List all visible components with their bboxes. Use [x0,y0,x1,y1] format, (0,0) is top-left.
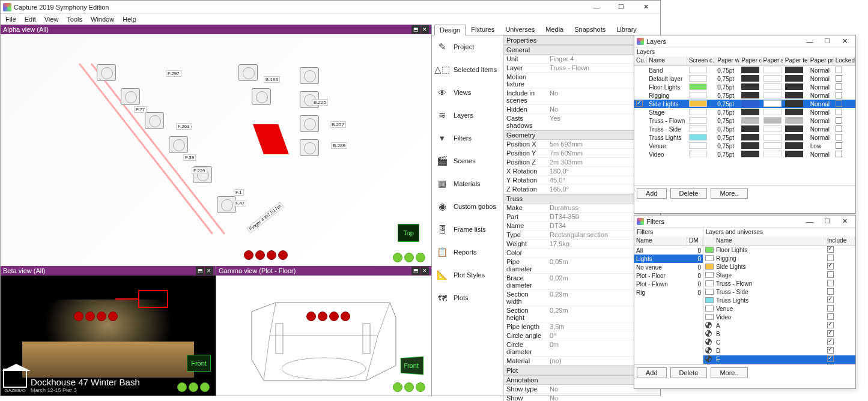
fixture[interactable] [300,67,319,84]
filter-universe-row[interactable]: E [703,355,855,364]
view-tool-btn[interactable] [393,382,402,392]
minimize-button[interactable]: — [801,217,818,226]
fixture[interactable] [97,64,116,81]
nav-scenes[interactable]: 🎬Scenes [432,149,503,172]
tab-universes[interactable]: Universes [500,24,540,35]
minimize-button[interactable]: — [584,1,609,13]
view-tool-btn[interactable] [177,382,187,392]
view-tool-btn[interactable] [189,382,198,392]
fixture[interactable] [121,88,140,105]
view-max-icon[interactable]: ⬒ [411,267,420,275]
view-max-icon[interactable]: ⬒ [196,267,204,275]
filter-layer-row[interactable]: Truss Lights [703,297,855,305]
view-tool-btn[interactable] [404,382,414,392]
view-tool-btn[interactable] [200,382,210,392]
prop-row[interactable]: Show dimensionsNo [504,394,660,401]
filter-universe-row[interactable]: B [703,330,855,339]
filter-row[interactable]: Rig0 [634,288,703,297]
filter-layer-row[interactable]: Truss - Side [703,288,855,297]
filter-layer-row[interactable]: Video [703,313,855,322]
filters-list[interactable]: All0Lights0No venue0Plot - Floor0Plot - … [634,246,703,297]
view-tool-btn[interactable] [404,253,414,262]
layer-row[interactable]: Truss Lights0,75ptNormal [634,133,855,142]
tab-library[interactable]: Library [611,24,642,35]
layer-row[interactable]: Floor Lights0,75ptNormal [634,83,855,91]
add-button[interactable]: Add [637,188,667,199]
menu-window[interactable]: Window [87,15,118,23]
layers-universes-list[interactable]: Floor LightsRiggingSide LightsStageTruss… [703,246,855,364]
menu-tools[interactable]: Tools [63,15,86,23]
layers-grid[interactable]: Band0,75ptNormalDefault layer0,75ptNorma… [634,66,855,185]
view-max-icon[interactable]: ⬒ [411,25,420,34]
layer-row[interactable]: Default layer0,75ptNormal [634,74,855,83]
tab-snapshots[interactable]: Snapshots [569,24,611,35]
menu-view[interactable]: View [41,15,62,23]
close-button[interactable]: ✕ [836,217,853,226]
view-close-icon[interactable]: ✕ [205,267,213,275]
filter-universe-row[interactable]: C [703,339,855,347]
menu-edit[interactable]: Edit [21,15,40,23]
tab-media[interactable]: Media [540,24,569,35]
filter-layer-row[interactable]: Floor Lights [703,246,855,255]
nav-frame-lists[interactable]: 🗄Frame lists [432,218,503,241]
filter-universe-row[interactable]: F [703,364,855,364]
filter-layer-row[interactable]: Truss - Flown [703,280,855,288]
layer-row[interactable]: Venue0,75ptLow [634,142,855,150]
nav-views[interactable]: 👁Views [432,81,503,104]
menu-help[interactable]: Help [119,15,140,23]
nav-filters[interactable]: ▾Filters [432,127,503,149]
view-orientation-badge[interactable]: Front [187,355,211,372]
filter-universe-row[interactable]: A [703,322,855,330]
more-button[interactable]: More.. [711,188,747,199]
layers-window[interactable]: Layers — ☐ ✕ Layers Cu...NameScreen c...… [634,35,856,214]
view-tool-btn[interactable] [416,382,425,392]
tab-design[interactable]: Design [434,25,466,35]
nav-plots[interactable]: 🗺Plots [432,286,503,309]
layer-row[interactable]: Side Lights0,75ptNormal [634,100,855,108]
tab-fixtures[interactable]: Fixtures [466,24,500,35]
prop-value[interactable]: No [547,394,660,401]
view-orientation-badge[interactable]: Front [401,356,423,375]
view-tool-btn[interactable] [393,253,402,262]
nav-project[interactable]: ✎Project [432,35,503,58]
view-orientation-badge[interactable]: Top [398,224,419,242]
layer-row[interactable]: Video0,75ptNormal [634,150,855,158]
filter-row[interactable]: Lights0 [634,255,703,263]
filter-layer-row[interactable]: Side Lights [703,263,855,271]
layer-row[interactable]: Truss - Flown0,75ptNormal [634,116,855,125]
view-close-icon[interactable]: ✕ [420,25,429,34]
gamma-viewport[interactable]: Front [216,276,431,396]
filters-window[interactable]: Filters — ☐ ✕ Filters NameDM All0Lights0… [634,215,856,389]
nav-plot-styles[interactable]: 📐Plot Styles [432,264,503,286]
menu-file[interactable]: File [2,15,20,23]
minimize-button[interactable]: — [801,37,818,46]
layer-row[interactable]: Stage0,75ptNormal [634,108,855,116]
filter-row[interactable]: Plot - Floor0 [634,271,703,280]
maximize-button[interactable]: ☐ [609,1,633,13]
filter-row[interactable]: All0 [634,246,703,255]
filter-layer-row[interactable]: Rigging [703,255,855,263]
layer-row[interactable]: Truss - Side0,75ptNormal [634,125,855,133]
filter-layer-row[interactable]: Stage [703,271,855,280]
maximize-button[interactable]: ☐ [819,37,836,46]
view-close-icon[interactable]: ✕ [420,267,429,275]
nav-custom-gobos[interactable]: ◉Custom gobos [432,195,503,218]
filter-row[interactable]: No venue0 [634,263,703,271]
beta-viewport[interactable]: Front GAZEB/O Dockhous [1,276,216,396]
nav-materials[interactable]: ▦Materials [432,172,503,195]
filter-layer-row[interactable]: Venue [703,305,855,313]
fixture[interactable] [169,136,188,153]
nav-layers[interactable]: ≋Layers [432,104,503,127]
close-button[interactable]: ✕ [634,1,658,13]
view-tool-btn[interactable] [416,253,425,262]
fixture[interactable] [238,64,258,81]
close-button[interactable]: ✕ [836,37,853,46]
maximize-button[interactable]: ☐ [819,217,836,226]
nav-selected-items[interactable]: △⬚Selected items [432,58,503,81]
nav-reports[interactable]: 📋Reports [432,241,503,264]
add-button[interactable]: Add [637,367,667,378]
fixture[interactable] [300,139,319,156]
filter-universe-row[interactable]: D [703,347,855,355]
fixture[interactable] [145,112,164,129]
delete-button[interactable]: Delete [670,367,708,378]
